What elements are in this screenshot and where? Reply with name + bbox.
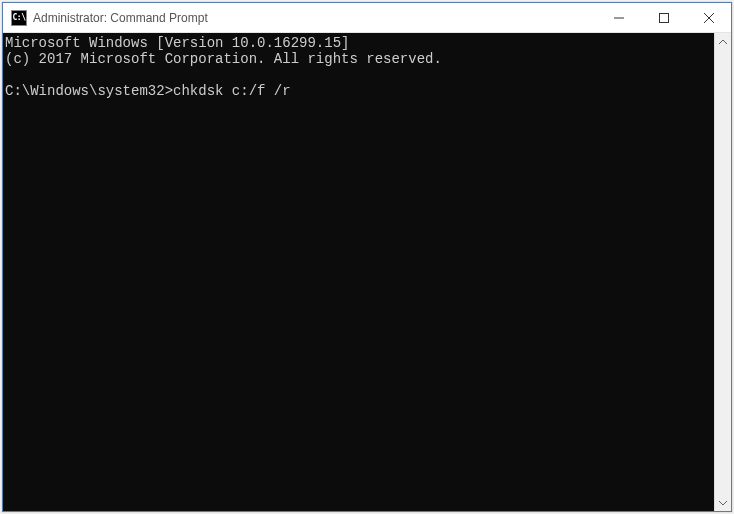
prompt-text: C:\Windows\system32>: [5, 83, 173, 99]
window-controls: [596, 3, 731, 32]
cmd-icon: C:\: [11, 10, 27, 26]
terminal-output[interactable]: Microsoft Windows [Version 10.0.16299.15…: [3, 33, 714, 511]
copyright-line: (c) 2017 Microsoft Corporation. All righ…: [5, 51, 442, 67]
window-title: Administrator: Command Prompt: [33, 11, 596, 25]
command-prompt-window: C:\ Administrator: Command Prompt Micros…: [2, 2, 732, 512]
scroll-down-arrow[interactable]: [715, 494, 731, 511]
cmd-icon-text: C:\: [13, 13, 26, 22]
minimize-icon: [614, 13, 624, 23]
close-button[interactable]: [686, 3, 731, 32]
maximize-icon: [659, 13, 669, 23]
scrollbar-track[interactable]: [715, 50, 731, 494]
chevron-up-icon: [719, 40, 727, 44]
close-icon: [704, 13, 714, 23]
scroll-up-arrow[interactable]: [715, 33, 731, 50]
chevron-down-icon: [719, 501, 727, 505]
content-area: Microsoft Windows [Version 10.0.16299.15…: [3, 33, 731, 511]
maximize-button[interactable]: [641, 3, 686, 32]
svg-rect-1: [659, 13, 668, 22]
minimize-button[interactable]: [596, 3, 641, 32]
version-line: Microsoft Windows [Version 10.0.16299.15…: [5, 35, 349, 51]
titlebar[interactable]: C:\ Administrator: Command Prompt: [3, 3, 731, 33]
command-input[interactable]: chkdsk c:/f /r: [173, 83, 291, 99]
vertical-scrollbar[interactable]: [714, 33, 731, 511]
